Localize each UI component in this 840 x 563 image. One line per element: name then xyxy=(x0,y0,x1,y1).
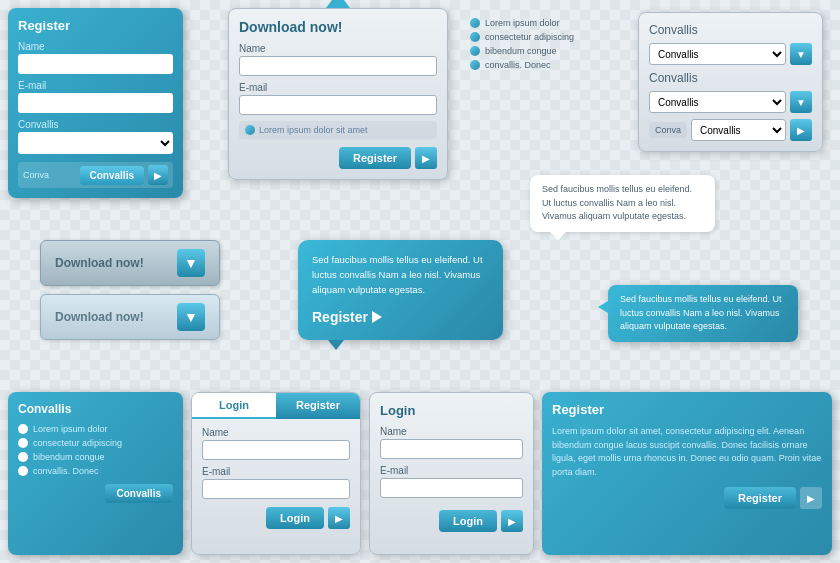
list-item: bibendum congue xyxy=(470,46,618,56)
email-input-tab[interactable] xyxy=(202,479,350,499)
name-label-dl: Name xyxy=(239,43,437,54)
list-text: convallis. Donec xyxy=(485,60,551,70)
list-item: Lorem ipsum dolor xyxy=(470,18,618,28)
list-text: convallis. Donec xyxy=(33,466,99,476)
register-teal-btn[interactable]: Register xyxy=(724,487,796,509)
register-link[interactable]: Register xyxy=(312,306,368,328)
convallis-select[interactable] xyxy=(18,132,173,154)
arrow-button[interactable]: ▶ xyxy=(148,165,168,185)
arrow-btn-teal[interactable]: ▶ xyxy=(800,487,822,509)
radio-bullet-icon xyxy=(470,46,480,56)
radio-list-top: Lorem ipsum dolor consectetur adipiscing… xyxy=(470,18,618,74)
name-input-dl[interactable] xyxy=(239,56,437,76)
list-text: bibendum congue xyxy=(485,46,557,56)
convallis-label: Convallis xyxy=(18,119,173,130)
arrow-btn-dl[interactable]: ▶ xyxy=(415,147,437,169)
register-arrow-icon xyxy=(372,311,382,323)
callout-text: Sed faucibus mollis tellus eu eleifend. … xyxy=(542,184,692,221)
callout-tail-left-icon xyxy=(598,301,608,313)
dropdown-arrow-btn-2[interactable]: ▼ xyxy=(790,91,812,113)
download-btn-1[interactable]: Download now! ▼ xyxy=(40,240,220,286)
login-btn-lf[interactable]: Login xyxy=(439,510,497,532)
name-label-lf: Name xyxy=(380,426,523,437)
tab-btn-row: Login ▶ xyxy=(202,507,350,529)
dropdown-arrow-btn-1[interactable]: ▼ xyxy=(790,43,812,65)
login-btn-row: Login ▶ xyxy=(380,510,523,532)
radio-icon xyxy=(245,125,255,135)
down-arrow-icon xyxy=(326,0,350,8)
callout-teal-right: Sed faucibus mollis tellus eu eleifend. … xyxy=(608,285,798,342)
list-item: convallis. Donec xyxy=(470,60,618,70)
bullet-icon xyxy=(18,466,28,476)
download-arrow-icon-2: ▼ xyxy=(177,303,205,331)
login-title: Login xyxy=(380,403,523,418)
login-form-box: Login Name E-mail Login ▶ xyxy=(369,392,534,555)
email-input-dl[interactable] xyxy=(239,95,437,115)
list-text: Lorem ipsum dolor xyxy=(485,18,560,28)
convallis-title-2: Convallis xyxy=(649,71,812,85)
list-item: consectetur adipiscing xyxy=(470,32,618,42)
download-arrow-icon-1: ▼ xyxy=(177,249,205,277)
login-btn-tab[interactable]: Login xyxy=(266,507,324,529)
dropdown-row-1: Convallis ▼ xyxy=(649,43,812,65)
dropdown-form-topright: Convallis Convallis ▼ Convallis Convalli… xyxy=(638,12,823,152)
list-text: bibendum congue xyxy=(33,452,105,462)
register-title: Register xyxy=(18,18,173,33)
btn-row-dl: Register ▶ xyxy=(239,147,437,169)
download-buttons-area: Download now! ▼ Download now! ▼ xyxy=(40,240,220,340)
list-item: convallis. Donec xyxy=(18,466,173,476)
email-label-dl: E-mail xyxy=(239,82,437,93)
email-input[interactable] xyxy=(18,93,173,113)
download-form-inner: Download now! Name E-mail Lorem ipsum do… xyxy=(228,8,448,180)
bullet-icon xyxy=(18,452,28,462)
callout-white-top: Sed faucibus mollis tellus eu eleifend. … xyxy=(530,175,715,232)
convallis-button[interactable]: Convallis xyxy=(80,166,144,185)
list-text: Lorem ipsum dolor xyxy=(33,424,108,434)
dropdown-select-2[interactable]: Convallis xyxy=(649,91,786,113)
list-text: consectetur adipiscing xyxy=(33,438,122,448)
list-item: consectetur adipiscing xyxy=(18,438,173,448)
download-btn-2[interactable]: Download now! ▼ xyxy=(40,294,220,340)
register-teal-box: Register Lorem ipsum dolor sit amet, con… xyxy=(542,392,832,555)
register-teal-body: Lorem ipsum dolor sit amet, consectetur … xyxy=(552,425,822,479)
arrow-btn-lf[interactable]: ▶ xyxy=(501,510,523,532)
bottom-row-tr: Conva Convallis ▶ xyxy=(649,119,812,141)
convallis-btn[interactable]: Convallis xyxy=(105,484,173,503)
name-label: Name xyxy=(18,41,173,52)
lorem-row: Lorem ipsum dolor sit amet xyxy=(239,121,437,139)
lorem-text: Lorem ipsum dolor sit amet xyxy=(259,125,368,135)
register-tab[interactable]: Register xyxy=(276,393,360,419)
bottom-section: Convallis Lorem ipsum dolor consectetur … xyxy=(8,392,832,555)
register-teal-title: Register xyxy=(552,402,822,417)
dropdown-row-2: Convallis ▼ xyxy=(649,91,812,113)
name-input-lf[interactable] xyxy=(380,439,523,459)
download-btn-1-label: Download now! xyxy=(55,256,167,270)
main-container: Register Name E-mail Convallis Conva Con… xyxy=(0,0,840,563)
dropdown-arrow-btn-3[interactable]: ▶ xyxy=(790,119,812,141)
conva-label-tr: Conva xyxy=(649,122,687,138)
arrow-btn-tab[interactable]: ▶ xyxy=(328,507,350,529)
name-label-tab: Name xyxy=(202,427,350,438)
convallis-bottom-select[interactable]: Convallis xyxy=(691,119,786,141)
center-bubble: Sed faucibus mollis tellus eu eleifend. … xyxy=(298,240,503,340)
login-tab[interactable]: Login xyxy=(192,393,276,419)
download-form-topcenter: Download now! Name E-mail Lorem ipsum do… xyxy=(228,8,448,180)
convallis-title: Convallis xyxy=(649,23,812,37)
callout-teal-text: Sed faucibus mollis tellus eu eleifend. … xyxy=(620,294,782,331)
register-link-row: Register xyxy=(312,306,489,328)
register-form-topleft: Register Name E-mail Convallis Conva Con… xyxy=(8,8,183,198)
tab-header: Login Register xyxy=(192,393,360,419)
list-item: Lorem ipsum dolor xyxy=(18,424,173,434)
name-input[interactable] xyxy=(18,54,173,74)
name-input-tab[interactable] xyxy=(202,440,350,460)
radio-bullet-icon xyxy=(470,18,480,28)
bubble-text: Sed faucibus mollis tellus eu eleifend. … xyxy=(312,254,483,295)
bullet-icon xyxy=(18,438,28,448)
dropdown-select-1[interactable]: Convallis xyxy=(649,43,786,65)
register-button-dl[interactable]: Register xyxy=(339,147,411,169)
download-title: Download now! xyxy=(239,19,437,35)
email-input-lf[interactable] xyxy=(380,478,523,498)
tab-form-content: Name E-mail Login ▶ xyxy=(192,419,360,537)
radio-bullet-icon xyxy=(470,32,480,42)
conva-text: Conva xyxy=(23,170,76,180)
